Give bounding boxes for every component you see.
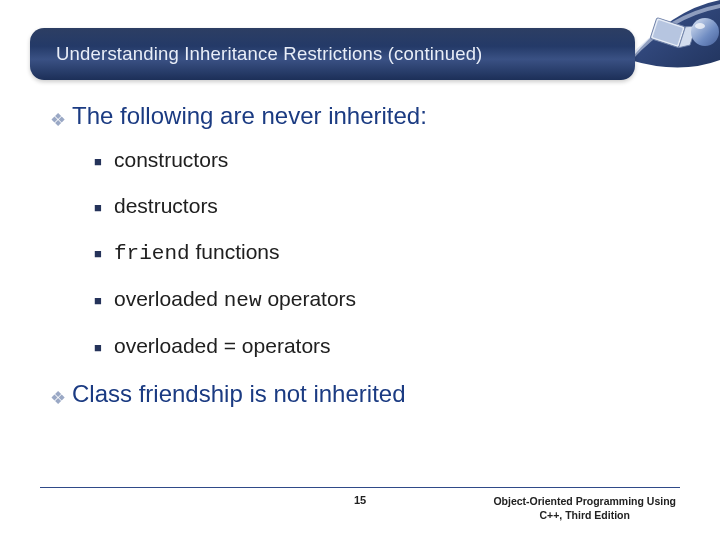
slide-footer: 15 Object-Oriented Programming Using C++… — [40, 487, 680, 522]
closing-line: ❖ Class friendship is not inherited — [50, 380, 670, 408]
list-item: ■ friend functions — [94, 240, 670, 265]
item-text: friend functions — [114, 240, 280, 265]
code-keyword: friend — [114, 242, 190, 265]
slide-body: ❖ The following are never inherited: ■ c… — [50, 102, 670, 426]
item-suffix: functions — [190, 240, 280, 263]
slide: Understanding Inheritance Restrictions (… — [0, 0, 720, 540]
item-text: overloaded = operators — [114, 334, 331, 358]
slide-title: Understanding Inheritance Restrictions (… — [56, 43, 482, 65]
square-bullet-icon: ■ — [94, 200, 114, 215]
square-bullet-icon: ■ — [94, 246, 114, 261]
item-text: destructors — [114, 194, 218, 218]
square-bullet-icon: ■ — [94, 293, 114, 308]
svg-point-3 — [691, 18, 719, 46]
list-item: ■ destructors — [94, 194, 670, 218]
book-title-line2: C++, Third Edition — [493, 508, 676, 522]
diamond-bullet-icon: ❖ — [50, 111, 72, 129]
square-bullet-icon: ■ — [94, 154, 114, 169]
diamond-bullet-icon: ❖ — [50, 389, 72, 407]
list-item: ■ constructors — [94, 148, 670, 172]
closing-text: Class friendship is not inherited — [72, 380, 406, 408]
code-keyword: new — [224, 289, 262, 312]
page-number: 15 — [354, 494, 366, 506]
intro-text: The following are never inherited: — [72, 102, 427, 130]
svg-point-4 — [695, 23, 705, 29]
list-item: ■ overloaded = operators — [94, 334, 670, 358]
item-suffix: operators — [262, 287, 357, 310]
book-title-line1: Object-Oriented Programming Using — [493, 494, 676, 508]
square-bullet-icon: ■ — [94, 340, 114, 355]
item-text: constructors — [114, 148, 228, 172]
footer-book-ref: Object-Oriented Programming Using C++, T… — [493, 494, 680, 522]
item-text: overloaded new operators — [114, 287, 356, 312]
title-bar: Understanding Inheritance Restrictions (… — [30, 28, 635, 80]
list-item: ■ overloaded new operators — [94, 287, 670, 312]
item-prefix: overloaded — [114, 287, 224, 310]
intro-line: ❖ The following are never inherited: — [50, 102, 670, 130]
